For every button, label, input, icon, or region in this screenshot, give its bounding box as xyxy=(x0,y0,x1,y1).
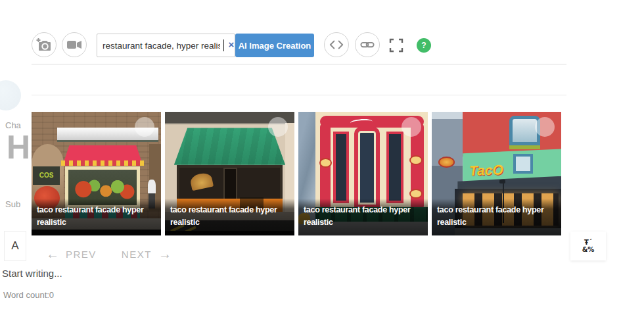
ornament-shape xyxy=(319,158,333,168)
image-caption: taco restaurant facade hyper realistic xyxy=(165,199,294,235)
window-shape xyxy=(513,154,533,174)
door-shape xyxy=(354,127,380,209)
text-style-label: A xyxy=(11,239,18,253)
special-characters-button[interactable]: Ŧ´ &% xyxy=(570,232,606,260)
select-circle[interactable] xyxy=(135,117,154,137)
result-card[interactable]: TacO taco restaurant facade hyper realis… xyxy=(432,112,561,235)
image-caption: taco restaurant facade hyper realistic xyxy=(298,199,428,235)
link-icon xyxy=(360,41,375,49)
result-card[interactable]: taco restaurant facade hyper realistic xyxy=(298,112,428,235)
video-camera-icon xyxy=(66,39,82,50)
green-awning-shape xyxy=(174,128,285,164)
awning-stripe-shape xyxy=(61,160,144,166)
post-title-text: H xyxy=(7,129,30,166)
result-card[interactable]: cos taco restaurant facade hyper realist… xyxy=(32,112,161,235)
camera-plus-icon xyxy=(36,37,52,52)
code-icon xyxy=(329,40,344,49)
toolbar-divider xyxy=(32,64,566,64)
add-video-button[interactable] xyxy=(62,32,87,57)
storefront-sign-text: cos xyxy=(33,166,60,185)
body-placeholder: Start writing... xyxy=(2,268,62,279)
fullscreen-button[interactable] xyxy=(388,37,404,53)
avatar xyxy=(0,80,21,110)
red-awning-shape xyxy=(64,145,141,161)
oval-sign-shape xyxy=(438,157,455,168)
taco-sign-text: TacO xyxy=(469,162,504,179)
insert-link-button[interactable] xyxy=(355,32,380,57)
result-card[interactable]: taco restaurant facade hyper realistic xyxy=(165,112,294,235)
subtitle-label: Sub xyxy=(5,199,20,209)
special-characters-icon: Ŧ´ &% xyxy=(582,239,595,253)
code-view-button[interactable] xyxy=(324,32,349,57)
text-caret xyxy=(223,39,224,51)
next-button[interactable]: NEXT xyxy=(122,249,152,260)
pedestrian-shape xyxy=(148,180,156,193)
window-shape xyxy=(386,132,403,203)
select-circle[interactable] xyxy=(535,117,555,137)
ai-image-creation-button[interactable]: AI Image Creation xyxy=(235,34,314,57)
post-title-placeholder: H xyxy=(7,129,32,167)
results-pager: ← PREV NEXT → xyxy=(46,247,172,262)
select-circle[interactable] xyxy=(402,117,421,137)
add-photo-button[interactable] xyxy=(32,32,57,57)
text-style-button[interactable]: A xyxy=(4,231,26,261)
select-circle[interactable] xyxy=(268,117,288,137)
prev-button[interactable]: PREV xyxy=(66,249,97,260)
ornament-shape xyxy=(409,189,423,199)
help-icon: ? xyxy=(421,41,426,50)
fullscreen-icon xyxy=(388,37,404,53)
ornament-shape xyxy=(409,155,423,165)
prev-arrow-icon[interactable]: ← xyxy=(46,247,59,262)
prompt-input[interactable] xyxy=(97,34,235,57)
image-caption: taco restaurant facade hyper realistic xyxy=(432,199,561,235)
lamp-head-shape xyxy=(499,180,505,184)
word-count: Word count:0 xyxy=(3,290,54,300)
window-shape xyxy=(333,132,349,203)
image-caption: taco restaurant facade hyper realistic xyxy=(32,199,161,235)
help-button[interactable]: ? xyxy=(417,38,431,53)
results-divider xyxy=(32,95,566,95)
next-arrow-icon[interactable]: → xyxy=(158,247,172,262)
